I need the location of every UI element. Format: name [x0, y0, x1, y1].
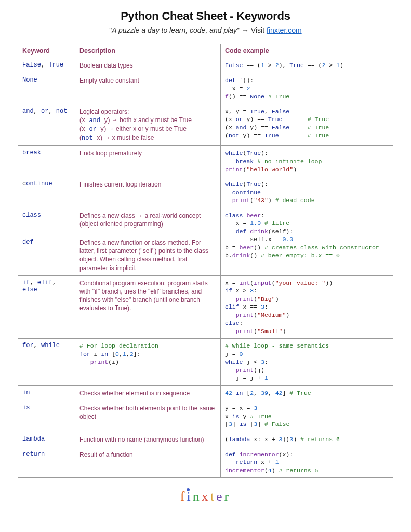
kw-cell: class — [18, 208, 75, 231]
code-block: x = int(input("your value: ")) if x > 3:… — [225, 279, 389, 336]
code-cell: while(True): break # no infinite loop pr… — [221, 146, 393, 177]
code-block: # While loop - same semantics j = 0 whil… — [225, 342, 389, 382]
desc-cell: Defines a new class → a real-world conce… — [75, 208, 221, 231]
subtitle-link[interactable]: finxter.com — [267, 26, 302, 34]
table-row: for, while # For loop declaration for i … — [18, 339, 393, 386]
code-block: False == (1 > 2), True == (2 > 1) — [225, 61, 389, 70]
table-row: if, elif, else Conditional program execu… — [18, 275, 393, 339]
code-block: def incrementor(x): return x + 1 increme… — [225, 450, 389, 475]
desc-cell: Finishes current loop iteration — [75, 177, 221, 208]
code-cell: class beer: x = 1.0 # litre def drink(se… — [221, 208, 393, 275]
kw-cell: in — [18, 385, 75, 401]
desc-cell: # For loop declaration for i in [0,1,2]:… — [75, 339, 221, 386]
kw-cell: and, or, not — [18, 104, 75, 146]
code-cell: 42 in [2, 39, 42] # True — [221, 385, 393, 401]
table-row: continue Finishes current loop iteration… — [18, 177, 393, 208]
desc-cell: Checks whether both elements point to th… — [75, 401, 221, 432]
table-header-row: Keyword Description Code example — [18, 44, 393, 58]
table-row: lambda Function with no name (anonymous … — [18, 432, 393, 447]
code-cell: # While loop - same semantics j = 0 whil… — [221, 339, 393, 386]
col-keyword: Keyword — [18, 44, 75, 58]
desc-cell: Function with no name (anonymous functio… — [75, 432, 221, 447]
desc-cell: Ends loop prematurely — [75, 146, 221, 177]
code-cell: def incrementor(x): return x + 1 increme… — [221, 447, 393, 478]
kw-cell: if, elif, else — [18, 275, 75, 339]
code-block: def f(): x = 2 f() == None # True — [225, 76, 389, 101]
page-subtitle: "A puzzle a day to learn, code, and play… — [18, 26, 393, 34]
cheatsheet-table: Keyword Description Code example False, … — [18, 44, 393, 478]
table-row: and, or, not Logical operators:(x and y)… — [18, 104, 393, 146]
code-block: 42 in [2, 39, 42] # True — [225, 389, 389, 397]
desc-cell: Result of a function — [75, 447, 221, 478]
page: Python Cheat Sheet - Keywords "A puzzle … — [0, 0, 411, 512]
kw-cell: return — [18, 447, 75, 478]
table-row: return Result of a function def incremen… — [18, 447, 393, 478]
code-block: class beer: x = 1.0 # litre def drink(se… — [225, 211, 389, 260]
desc-cell: Conditional program execution: program s… — [75, 275, 221, 339]
kw-cell: lambda — [18, 432, 75, 447]
kw-cell: is — [18, 401, 75, 432]
code-cell: (lambda x: x + 3)(3) # returns 6 — [221, 432, 393, 447]
desc-cell: Empty value constant — [75, 73, 221, 104]
table-row: is Checks whether both elements point to… — [18, 401, 393, 432]
desc-cell: Defines a new function or class method. … — [75, 231, 221, 275]
kw-cell: False, True — [18, 58, 75, 73]
code-cell: def f(): x = 2 f() == None # True — [221, 73, 393, 104]
subtitle-visit: Visit — [251, 26, 264, 34]
code-block: x, y = True, False (x or y) == True # Tr… — [225, 108, 389, 140]
code-cell: False == (1 > 2), True == (2 > 1) — [221, 58, 393, 73]
desc-cell: Checks whether element is in sequence — [75, 385, 221, 401]
kw-cell: def — [18, 231, 75, 275]
kw-cell: for, while — [18, 339, 75, 386]
code-block: (lambda x: x + 3)(3) # returns 6 — [225, 435, 389, 444]
code-cell: x, y = True, False (x or y) == True # Tr… — [221, 104, 393, 146]
col-description: Description — [75, 44, 221, 58]
kw-cell: continue — [18, 177, 75, 208]
code-block: y = x = 3 x is y # True [3] is [3] # Fal… — [225, 404, 389, 429]
kw-cell: None — [18, 73, 75, 104]
code-block: while(True): break # no infinite loop pr… — [225, 149, 389, 174]
code-cell: while(True): continue print("43") # dead… — [221, 177, 393, 208]
table-row: False, True Boolean data types False == … — [18, 58, 393, 73]
finxter-logo: finxter — [18, 488, 393, 504]
kw-cell: break — [18, 146, 75, 177]
page-title: Python Cheat Sheet - Keywords — [18, 9, 393, 23]
code-cell: x = int(input("your value: ")) if x > 3:… — [221, 275, 393, 339]
table-row: class Defines a new class → a real-world… — [18, 208, 393, 231]
code-block: while(True): continue print("43") # dead… — [225, 180, 389, 205]
table-row: None Empty value constant def f(): x = 2… — [18, 73, 393, 104]
col-code: Code example — [221, 44, 393, 58]
subtitle-quote: A puzzle a day to learn, code, and play — [112, 26, 237, 34]
code-cell: y = x = 3 x is y # True [3] is [3] # Fal… — [221, 401, 393, 432]
table-row: break Ends loop prematurely while(True):… — [18, 146, 393, 177]
desc-cell: Logical operators:(x and y) → both x and… — [75, 104, 221, 146]
table-row: in Checks whether element is in sequence… — [18, 385, 393, 401]
desc-cell: Boolean data types — [75, 58, 221, 73]
